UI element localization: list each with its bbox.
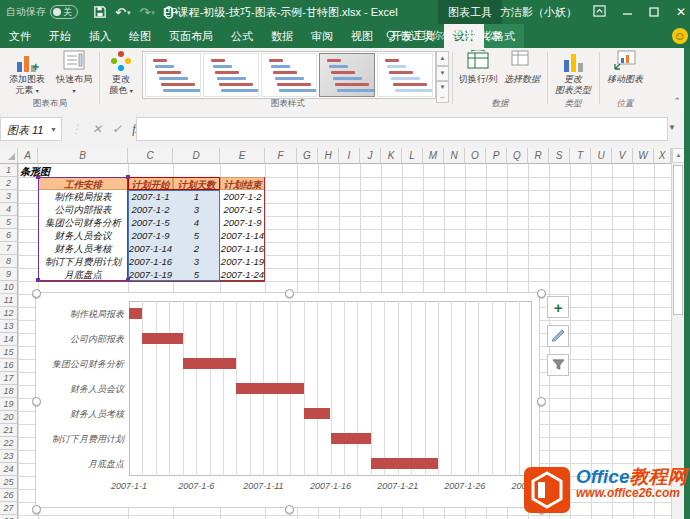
- gallery-up-icon[interactable]: ▲: [436, 51, 449, 66]
- table-cell[interactable]: 2007-1-16: [220, 242, 265, 255]
- table-cell[interactable]: 财务人员会议: [38, 229, 128, 242]
- gantt-bar[interactable]: [142, 333, 182, 344]
- table-cell[interactable]: 4: [173, 216, 220, 229]
- chart-style-thumb[interactable]: [145, 53, 201, 97]
- cancel-icon[interactable]: ✕: [92, 122, 102, 136]
- column-header-X[interactable]: X: [654, 148, 671, 164]
- chart-resize-handle[interactable]: [285, 289, 294, 298]
- tab-视图[interactable]: 视图: [342, 24, 382, 48]
- row-header-5[interactable]: 5: [0, 216, 18, 229]
- name-box[interactable]: 图表 11 ▼: [0, 117, 62, 141]
- table-header-cell[interactable]: 计划开始: [128, 177, 173, 190]
- column-header-U[interactable]: U: [591, 148, 612, 164]
- undo-button[interactable]: ↶▾: [115, 6, 130, 19]
- row-header-2[interactable]: 2: [0, 177, 18, 190]
- table-cell[interactable]: 2007-1-14: [128, 242, 173, 255]
- formula-bar-expand-icon[interactable]: ▼: [668, 123, 676, 132]
- table-cell[interactable]: 5: [173, 229, 220, 242]
- row-header-7[interactable]: 7: [0, 242, 18, 255]
- tab-绘图[interactable]: 绘图: [120, 24, 160, 48]
- redo-button[interactable]: ↷▾: [139, 6, 154, 19]
- table-header-cell[interactable]: 计划结束: [220, 177, 265, 190]
- row-header-27[interactable]: 27: [0, 502, 18, 515]
- table-header-cell[interactable]: 计划天数: [173, 177, 220, 190]
- chart-elements-button[interactable]: +: [547, 296, 569, 318]
- minimize-button[interactable]: [622, 6, 633, 19]
- chart-resize-handle[interactable]: [537, 289, 546, 298]
- row-header-3[interactable]: 3: [0, 190, 18, 203]
- chart-style-thumb[interactable]: [377, 53, 433, 97]
- tab-文件[interactable]: 文件: [0, 24, 40, 48]
- row-header-12[interactable]: 12: [0, 307, 18, 320]
- select-all-corner[interactable]: [0, 148, 18, 164]
- user-name[interactable]: 方洁影（小妖）: [500, 5, 577, 20]
- column-header-P[interactable]: P: [486, 148, 507, 164]
- chart-styles-button[interactable]: [547, 325, 569, 347]
- table-cell[interactable]: 2007-1-16: [128, 255, 173, 268]
- add-chart-element-button[interactable]: ＋ 添加图表元素 ▾: [4, 50, 50, 97]
- row-header-6[interactable]: 6: [0, 229, 18, 242]
- column-header-T[interactable]: T: [570, 148, 591, 164]
- tab-公式[interactable]: 公式: [222, 24, 262, 48]
- table-cell[interactable]: 1: [173, 190, 220, 203]
- row-header-22[interactable]: 22: [0, 437, 18, 450]
- gantt-bar[interactable]: [304, 408, 331, 419]
- move-chart-button[interactable]: 移动图表: [603, 50, 647, 85]
- quick-layout-button[interactable]: 快速布局▾: [52, 50, 96, 97]
- autosave-switch[interactable]: 关: [50, 5, 78, 19]
- table-cell[interactable]: 公司内部报表: [38, 203, 128, 216]
- table-cell[interactable]: 集团公司财务分析: [38, 216, 128, 229]
- column-header-C[interactable]: C: [128, 148, 173, 164]
- row-header-16[interactable]: 16: [0, 359, 18, 372]
- tab-数据[interactable]: 数据: [262, 24, 302, 48]
- table-cell[interactable]: 2: [173, 242, 220, 255]
- undo-caret-icon[interactable]: ▾: [127, 9, 131, 16]
- gantt-bar[interactable]: [236, 383, 303, 394]
- gantt-bar[interactable]: [331, 433, 371, 444]
- row-header-21[interactable]: 21: [0, 424, 18, 437]
- table-cell[interactable]: 2007-1-2: [128, 203, 173, 216]
- column-header-M[interactable]: M: [423, 148, 444, 164]
- row-header-25[interactable]: 25: [0, 476, 18, 489]
- autosave-toggle[interactable]: 自动保存 关: [6, 5, 78, 19]
- table-header-cell[interactable]: 工作安排: [38, 177, 128, 190]
- column-header-K[interactable]: K: [381, 148, 402, 164]
- change-chart-type-button[interactable]: 更改图表类型: [551, 50, 595, 97]
- chart-resize-handle[interactable]: [32, 397, 41, 406]
- row-header-8[interactable]: 8: [0, 255, 18, 268]
- gallery-more-icon[interactable]: ▼─: [436, 81, 449, 103]
- table-cell[interactable]: 2007-1-5: [220, 203, 265, 216]
- row-header-14[interactable]: 14: [0, 333, 18, 346]
- table-cell[interactable]: 2007-1-1: [128, 190, 173, 203]
- table-cell[interactable]: 制作税局报表: [38, 190, 128, 203]
- row-header-10[interactable]: 10: [0, 281, 18, 294]
- tab-插入[interactable]: 插入: [80, 24, 120, 48]
- column-header-B[interactable]: B: [38, 148, 128, 164]
- column-header-G[interactable]: G: [297, 148, 318, 164]
- row-header-4[interactable]: 4: [0, 203, 18, 216]
- gantt-bar[interactable]: [183, 358, 237, 369]
- table-cell[interactable]: 2007-1-2: [220, 190, 265, 203]
- row-header-19[interactable]: 19: [0, 398, 18, 411]
- select-data-button[interactable]: 选择数据: [501, 50, 543, 85]
- table-cell[interactable]: 2007-1-19: [220, 255, 265, 268]
- tab-审阅[interactable]: 审阅: [302, 24, 342, 48]
- ribbon-display-options-icon[interactable]: [593, 5, 606, 19]
- table-cell[interactable]: 2007-1-9: [128, 229, 173, 242]
- worksheet-grid[interactable]: ABCDEFGHIJKLMNOPQRSTUVWX1234567891011121…: [0, 148, 690, 519]
- save-icon[interactable]: [94, 6, 106, 18]
- chart-style-thumb[interactable]: [203, 53, 259, 97]
- row-header-23[interactable]: 23: [0, 450, 18, 463]
- row-header-20[interactable]: 20: [0, 411, 18, 424]
- column-header-I[interactable]: I: [339, 148, 360, 164]
- column-header-L[interactable]: L: [402, 148, 423, 164]
- switch-row-column-button[interactable]: 切换行/列: [456, 50, 500, 85]
- gantt-bar[interactable]: [129, 308, 142, 319]
- chart-resize-handle[interactable]: [32, 289, 41, 298]
- feedback-smiley-icon[interactable]: ☺: [672, 28, 688, 44]
- tab-开始[interactable]: 开始: [40, 24, 80, 48]
- column-header-V[interactable]: V: [612, 148, 633, 164]
- chart-resize-handle[interactable]: [537, 397, 546, 406]
- vertical-scrollbar[interactable]: ▲: [671, 148, 684, 519]
- gantt-chart[interactable]: 制作税局报表公司内部报表集团公司财务分析财务人员会议财务人员考核制订下月费用计划…: [35, 292, 540, 508]
